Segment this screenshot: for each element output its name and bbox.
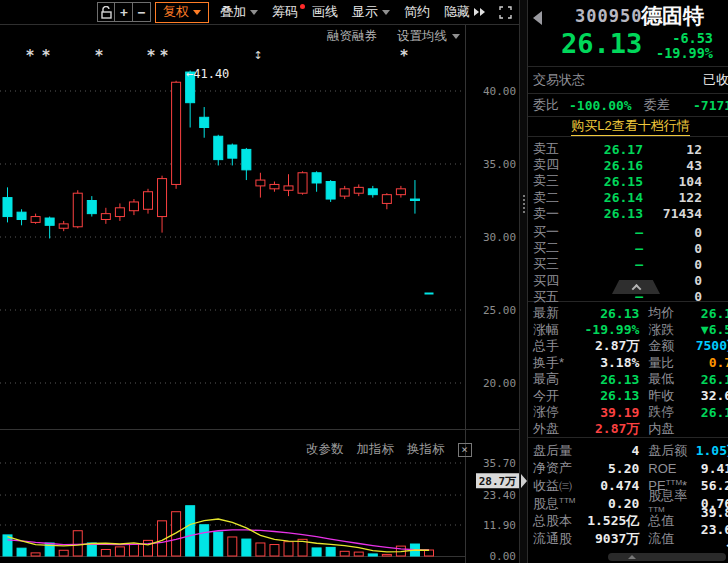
ask-price: 26.17 (575, 142, 643, 157)
change-params-button[interactable]: 改参数 (306, 441, 344, 458)
stat-value: -19.99% (579, 322, 639, 337)
price-change: -6.53 (656, 31, 713, 46)
zoom-in-button[interactable]: + (114, 2, 133, 22)
svg-text:*: * (399, 47, 408, 65)
ask-row[interactable]: 卖一 26.13 71434 (528, 206, 728, 222)
weibi-row: 委比 -100.00% 委差 -71715 (528, 94, 728, 117)
close-indicator-icon[interactable]: × (458, 443, 472, 457)
svg-text:*: * (25, 47, 34, 65)
stat-label: 涨幅 (533, 321, 579, 339)
ask-qty: 104 (643, 174, 728, 189)
stats-row: 总手 2.87万 金额 7500万 (528, 338, 728, 355)
stat-value: ▼6.53 (691, 322, 728, 337)
stat-label: 昨收 (648, 387, 691, 405)
stat-value: 26.13 (691, 405, 728, 420)
fund-label: 流通股 (533, 530, 579, 548)
back-arrow-icon[interactable] (533, 11, 542, 25)
ma-settings-button[interactable]: 设置均线 (397, 28, 460, 45)
bid-row[interactable]: 买一 — 0 (528, 224, 728, 240)
stat-label: 涨停 (533, 403, 579, 421)
stock-code: 300950 (575, 6, 642, 26)
ask-qty: 122 (643, 190, 728, 205)
fund-value: 23.61亿 (691, 522, 728, 555)
ask-price: 26.16 (575, 158, 643, 173)
bid-row[interactable]: 买二 — 0 (528, 240, 728, 256)
stat-label: 跌停 (648, 403, 691, 421)
candlestick-chart[interactable]: 40.0035.0030.0025.0020.0035.7023.4011.90… (0, 0, 519, 563)
stat-value: 26.13 (691, 372, 728, 387)
chart-pane: 40.0035.0030.0025.0020.0035.7023.4011.90… (0, 0, 519, 563)
fund-value: 9.41% (691, 461, 728, 476)
weicha-value: -71715 (693, 98, 728, 113)
pane-splitter[interactable] (519, 0, 528, 563)
quote-panel: 300950 德固特 26.13 -6.53 -19.99% 交易状态 已收盘 … (528, 0, 728, 563)
buy-l2-link[interactable]: 购买L2查看十档行情 (571, 117, 689, 136)
svg-text:40.00: 40.00 (483, 85, 516, 98)
fundamental-row: 收益㈢ 0.474 PETTM* 56.26 (528, 477, 728, 495)
stat-value: 2.87万 (579, 337, 639, 355)
hide-button[interactable]: 隐藏 (437, 2, 492, 23)
stat-label: 外盘 (533, 420, 579, 438)
bid-row[interactable]: 买三 — 0 (528, 256, 728, 272)
ask-qty: 12 (643, 142, 728, 157)
stat-label: 换手* (533, 354, 579, 372)
chevron-down-icon (382, 10, 390, 15)
stats-grid: 最新 26.13 均价 26.13 涨幅 -19.99% 涨跌 ▼6.53 总手… (528, 302, 728, 438)
fuquan-label: 复权 (163, 3, 189, 21)
stock-name: 德固特 (641, 2, 704, 30)
lock-icon[interactable] (97, 2, 116, 22)
ask-row[interactable]: 卖五 26.17 12 (528, 141, 728, 157)
fullscreen-icon[interactable] (492, 2, 519, 23)
zoom-out-button[interactable]: − (132, 2, 151, 22)
add-indicator-button[interactable]: 加指标 (357, 441, 395, 458)
ask-label: 卖一 (533, 205, 575, 223)
fund-label: 总值 (648, 512, 691, 530)
stat-label: 内盘 (648, 420, 691, 438)
horizontal-scrollbar[interactable] (608, 553, 726, 561)
ask-price: 26.13 (575, 206, 643, 221)
quote-header: 300950 德固特 26.13 -6.53 -19.99% (528, 0, 728, 67)
fund-value: 4 (579, 443, 639, 458)
ask-levels: 卖五 26.17 12 卖四 26.16 43 卖三 26.15 104 卖二 … (528, 137, 728, 222)
display-label: 显示 (352, 3, 378, 21)
display-button[interactable]: 显示 (345, 2, 397, 23)
chip-distribution-button[interactable]: 筹码 (265, 2, 305, 23)
svg-text:*: * (146, 47, 155, 65)
margin-trading-button[interactable]: 融资融券 (327, 28, 377, 45)
simple-mode-button[interactable]: 简约 (397, 2, 437, 23)
overlay-label: 叠加 (220, 3, 246, 21)
stats-row: 涨幅 -19.99% 涨跌 ▼6.53 (528, 322, 728, 339)
splitter-collapse-icon[interactable] (521, 474, 527, 488)
weibi-value: -100.00% (569, 98, 632, 113)
fund-value: 1.525亿 (579, 512, 639, 530)
draw-line-button[interactable]: 画线 (305, 2, 345, 23)
stat-label: 今开 (533, 387, 579, 405)
svg-text:*: * (41, 47, 50, 65)
bid-price: — (575, 257, 643, 272)
overlay-button[interactable]: 叠加 (213, 2, 265, 23)
fund-value: 0.20 (579, 496, 639, 511)
fundamentals-grid: 盘后量 4 盘后额 1.05万 净资产 5.20 ROE 9.41% 收益㈢ 0… (528, 438, 728, 548)
ask-qty: 43 (643, 158, 728, 173)
fund-label: 盘后量 (533, 442, 579, 460)
ask-row[interactable]: 卖四 26.16 43 (528, 157, 728, 173)
svg-text:25.00: 25.00 (483, 304, 516, 317)
switch-indicator-button[interactable]: 换指标 (407, 441, 445, 458)
fuquan-button[interactable]: 复权 (155, 2, 209, 23)
scroll-grip-icon (628, 555, 636, 559)
price-change-pct: -19.99% (656, 46, 713, 61)
stat-label: 最新 (533, 304, 579, 322)
fund-value: 56.26 (691, 478, 728, 493)
chevron-down-icon (193, 10, 201, 15)
stats-row: 最高 26.13 最低 26.13 (528, 371, 728, 388)
stat-value: 7500万 (691, 337, 728, 355)
svg-text:23.40: 23.40 (483, 489, 516, 502)
ask-row[interactable]: 卖二 26.14 122 (528, 190, 728, 206)
ask-row[interactable]: 卖三 26.15 104 (528, 173, 728, 189)
change-block: -6.53 -19.99% (656, 31, 713, 61)
collapse-orderbook-button[interactable] (612, 280, 660, 294)
fundamental-row: 流通股 9037万 流值 23.61亿 (528, 530, 728, 548)
chevron-down-icon (250, 10, 258, 15)
stat-value: 26.13 (579, 372, 639, 387)
fund-label: 流值 (648, 530, 691, 548)
